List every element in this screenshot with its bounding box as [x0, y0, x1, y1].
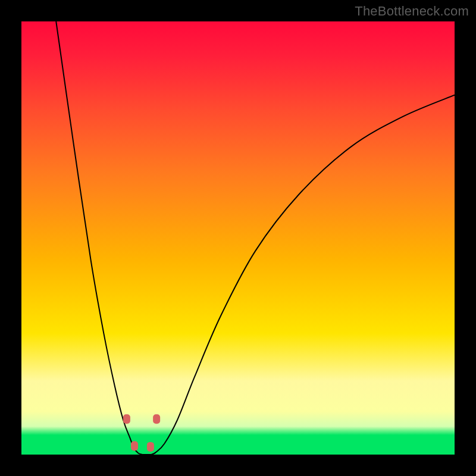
series-right-branch	[151, 95, 455, 455]
curve-marker-1	[153, 414, 160, 424]
series-left-branch	[56, 21, 143, 455]
watermark-text: TheBottleneck.com	[355, 4, 469, 19]
curve-marker-2	[131, 441, 138, 450]
curve-marker-3	[147, 442, 154, 452]
curve-marker-0	[123, 414, 130, 424]
chart-frame: TheBottleneck.com	[0, 0, 476, 476]
bottleneck-curve	[21, 21, 455, 455]
plot-area	[21, 21, 455, 455]
